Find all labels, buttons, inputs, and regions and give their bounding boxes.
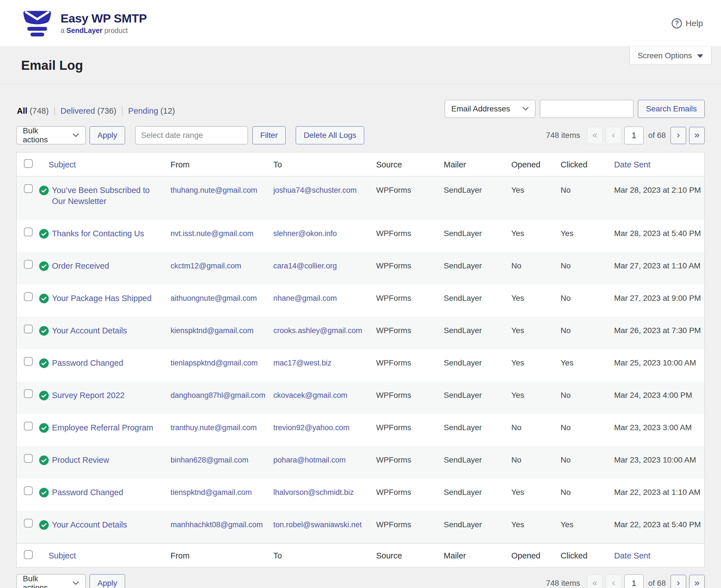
from-email-link[interactable]: danghoang87hl@gmail.com: [171, 391, 266, 399]
delivered-status-check-icon: [39, 422, 49, 433]
subject-link[interactable]: Thanks for Contacting Us: [52, 228, 144, 239]
chevron-down-icon: [73, 133, 79, 138]
row-checkbox[interactable]: [24, 325, 33, 333]
row-checkbox[interactable]: [24, 454, 33, 463]
select-all-cell: [17, 152, 39, 176]
envelope-logo-icon: [21, 9, 53, 37]
to-email-link[interactable]: nhane@gmail.com: [274, 294, 337, 302]
subject-link[interactable]: Your Account Details: [52, 519, 127, 530]
status-filter-tabs: All (748) Delivered (736) Pending (12): [17, 106, 175, 115]
last-page-button[interactable]: »: [689, 127, 705, 144]
email-log-row: Your Account Detailsmanhhachkt08@gmail.c…: [17, 511, 705, 544]
source-cell: WPForms: [373, 349, 440, 381]
bulk-actions-value: Bulk actions: [23, 574, 63, 588]
email-log-content: All (748) Delivered (736) Pending (12) E…: [0, 100, 721, 588]
date-range-input[interactable]: [135, 126, 248, 144]
from-email-link[interactable]: kienspktnd@gamail.com: [171, 327, 254, 335]
opened-cell: Yes: [508, 220, 557, 252]
row-checkbox[interactable]: [24, 422, 33, 430]
from-email-link[interactable]: ckctm12@gmail.com: [171, 261, 241, 270]
clicked-cell: No: [557, 446, 611, 479]
subject-link[interactable]: You’ve Been Subscribed to Our Newsletter: [52, 185, 157, 207]
select-all-checkbox[interactable]: [24, 159, 33, 168]
subject-link[interactable]: Order Received: [52, 260, 109, 272]
bulk-actions-select-bottom[interactable]: Bulk actions: [16, 574, 86, 588]
clicked-cell: Yes: [557, 349, 611, 381]
to-email-link[interactable]: crooks.ashley@gmail.com: [274, 327, 362, 335]
subject-link[interactable]: Password Changed: [52, 487, 123, 498]
tab-pending[interactable]: Pending (12): [128, 106, 175, 115]
delete-all-logs-button[interactable]: Delete All Logs: [296, 126, 364, 144]
search-emails-button[interactable]: Search Emails: [638, 100, 705, 118]
current-page-input[interactable]: [624, 127, 644, 144]
table-footer: SubjectFromToSourceMailerOpenedClickedDa…: [17, 544, 705, 567]
select-all-checkbox[interactable]: [24, 550, 33, 559]
source-cell: WPForms: [373, 220, 440, 252]
row-checkbox[interactable]: [24, 486, 33, 495]
filter-button[interactable]: Filter: [252, 126, 285, 144]
from-email-link[interactable]: aithuongnute@gmail.com: [171, 294, 257, 302]
title-bar: Email Log Screen Options: [0, 47, 721, 84]
source-cell: WPForms: [373, 252, 440, 285]
to-email-link[interactable]: ckovacek@gmail.com: [274, 391, 347, 399]
from-email-link[interactable]: thuhang.nute@gmail.com: [171, 186, 257, 194]
tab-delivered[interactable]: Delivered (736): [61, 106, 116, 115]
row-checkbox[interactable]: [24, 357, 33, 366]
bulk-actions-select[interactable]: Bulk actions: [16, 126, 86, 144]
to-email-link[interactable]: joshua74@schuster.com: [274, 186, 357, 194]
pagination-bottom: 748 items « ‹ of 68 › »: [546, 574, 705, 588]
delivered-status-check-icon: [39, 325, 49, 336]
to-email-link[interactable]: lhalvorson@schmidt.biz: [274, 488, 354, 497]
clicked-cell: No: [557, 252, 611, 285]
row-checkbox[interactable]: [24, 184, 33, 193]
to-email-link[interactable]: slehner@okon.info: [274, 229, 337, 238]
subject-link[interactable]: Survey Report 2022: [52, 390, 125, 401]
row-checkbox[interactable]: [24, 260, 33, 269]
search-field-select[interactable]: Email Addresses: [445, 100, 535, 118]
column-header-subject[interactable]: Subject: [39, 544, 167, 567]
row-checkbox[interactable]: [24, 519, 33, 527]
from-email-link[interactable]: binhan628@gmail.com: [171, 456, 249, 464]
column-header-clicked: Clicked: [557, 152, 611, 176]
next-page-button[interactable]: ›: [670, 127, 686, 144]
to-email-link[interactable]: pohara@hotmail.com: [274, 456, 346, 464]
subject-link[interactable]: Your Package Has Shipped: [52, 293, 152, 304]
last-page-button[interactable]: »: [689, 575, 705, 588]
help-link[interactable]: ? Help: [672, 18, 703, 28]
subject-link[interactable]: Your Account Details: [52, 325, 127, 336]
to-email-link[interactable]: trevion92@yahoo.com: [274, 423, 350, 432]
first-page-button[interactable]: «: [587, 575, 603, 588]
column-header-date[interactable]: Date Sent: [611, 152, 705, 176]
search-input[interactable]: [540, 100, 634, 118]
clicked-cell: No: [557, 317, 611, 349]
tab-all[interactable]: All (748): [17, 106, 49, 115]
prev-page-button[interactable]: ‹: [606, 575, 621, 588]
email-log-row: Survey Report 2022danghoang87hl@gmail.co…: [17, 381, 705, 414]
column-header-date[interactable]: Date Sent: [611, 544, 705, 567]
mailer-cell: SendLayer: [440, 252, 508, 285]
apply-button[interactable]: Apply: [89, 126, 125, 144]
column-header-subject[interactable]: Subject: [39, 152, 167, 176]
current-page-input[interactable]: [624, 574, 644, 588]
subject-link[interactable]: Password Changed: [52, 358, 123, 369]
subject-link[interactable]: Employee Referral Program: [52, 422, 153, 433]
subject-link[interactable]: Product Review: [52, 455, 109, 466]
from-email-link[interactable]: tienspktnd@gamail.com: [171, 488, 252, 497]
to-email-link[interactable]: ton.robel@swaniawski.net: [274, 521, 362, 529]
from-email-link[interactable]: manhhachkt08@gmail.com: [171, 521, 263, 529]
app-name: Easy WP SMTP: [61, 12, 147, 25]
prev-page-button[interactable]: ‹: [606, 127, 621, 144]
from-email-link[interactable]: tranthuy.nute@gmail.com: [171, 423, 257, 432]
row-checkbox[interactable]: [24, 228, 33, 236]
screen-options-button[interactable]: Screen Options: [629, 47, 712, 65]
apply-button-bottom[interactable]: Apply: [89, 574, 125, 588]
to-email-link[interactable]: cara14@collier.org: [274, 261, 337, 270]
next-page-button[interactable]: ›: [670, 575, 686, 588]
from-email-link[interactable]: tienlapspktnd@gmail.com: [171, 359, 258, 367]
to-email-link[interactable]: mac17@west.biz: [274, 359, 332, 367]
first-page-button[interactable]: «: [587, 127, 603, 144]
from-email-link[interactable]: nvt.isst.nute@gmail.com: [171, 229, 254, 238]
sendlayer-brand: SendLayer: [66, 26, 102, 34]
row-checkbox[interactable]: [24, 292, 33, 301]
row-checkbox[interactable]: [24, 390, 33, 398]
